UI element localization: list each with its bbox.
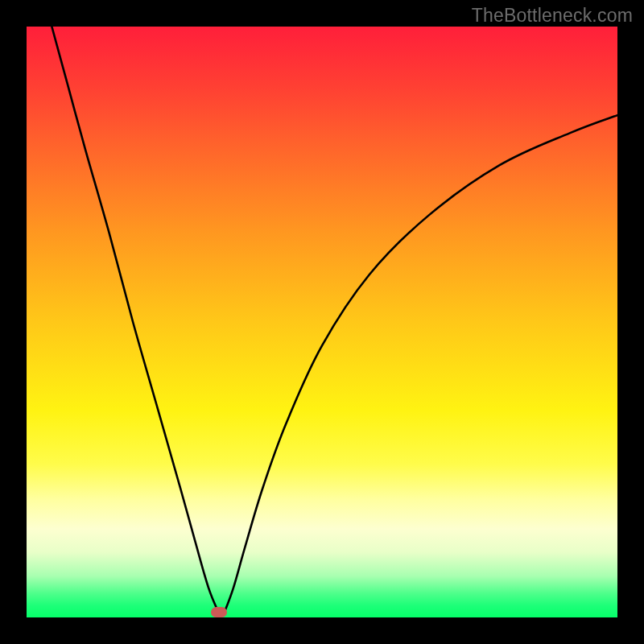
minimum-marker	[211, 607, 227, 617]
chart-frame: TheBottleneck.com	[0, 0, 644, 644]
watermark-text: TheBottleneck.com	[472, 5, 633, 27]
bottleneck-curve	[27, 27, 617, 617]
plot-area	[27, 27, 617, 617]
